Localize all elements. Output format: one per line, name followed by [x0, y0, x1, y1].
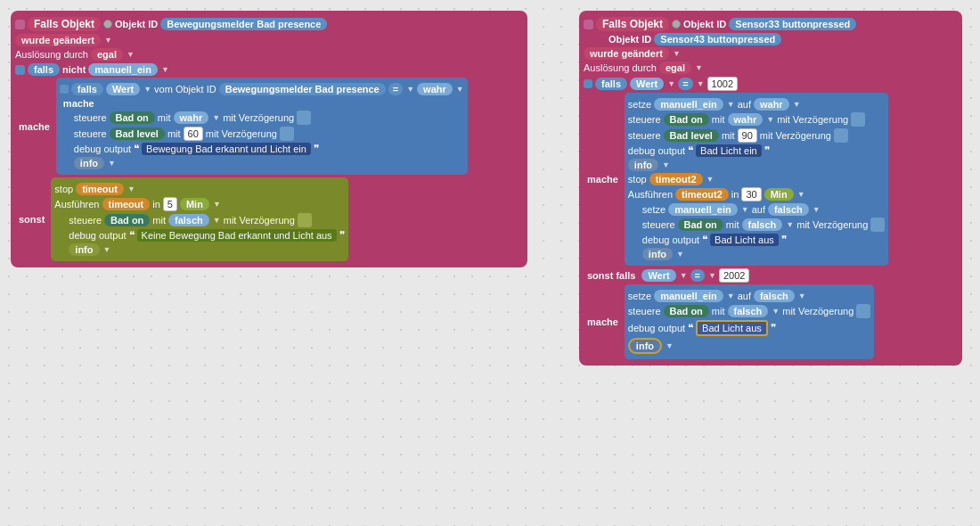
r-wert2[interactable]: Wert — [641, 269, 675, 282]
sonst-label: sonst — [19, 214, 45, 225]
auslosung-label: Auslösung durch — [15, 49, 88, 60]
r-falsch3[interactable]: falsch — [742, 218, 783, 231]
bad-level-1[interactable]: Bad level — [110, 127, 165, 140]
steuere2: steuere — [74, 128, 107, 139]
r-mache2: mache — [587, 316, 618, 327]
delay-s1: mit Verzögerung — [224, 215, 295, 226]
r-auf3: auf — [738, 291, 751, 301]
r-bad-level[interactable]: Bad level — [664, 129, 719, 142]
r-stop: stop — [628, 174, 647, 185]
r-me3[interactable]: manuell_ein — [654, 290, 723, 302]
r-bad-on1[interactable]: Bad on — [664, 113, 709, 126]
r-me2[interactable]: manuell_ein — [668, 203, 738, 216]
r-sensor33[interactable]: Sensor33 buttonpressed — [729, 18, 856, 30]
quote-text-s: Keine Bewegung Bad erkannt und Licht aus — [137, 229, 337, 242]
timeout2-val[interactable]: timeout — [102, 198, 151, 210]
r-wurde-geandert[interactable]: wurde geändert — [584, 47, 669, 60]
val-60[interactable]: 60 — [184, 127, 203, 141]
r-auslosung: Auslösung durch — [584, 62, 657, 73]
falls-label: falls — [28, 63, 60, 76]
r-debug2: debug output — [642, 234, 699, 245]
min-val[interactable]: Min — [180, 198, 209, 210]
r-wahr1[interactable]: wahr — [754, 98, 789, 111]
r-sensor43[interactable]: Sensor43 buttonpressed — [654, 33, 781, 45]
mit2: mit — [167, 128, 181, 139]
r-q1: ❝ — [688, 144, 693, 157]
r-bad-on2[interactable]: Bad on — [678, 218, 723, 231]
steuere1: steuere — [74, 112, 107, 123]
auslosung-value[interactable]: egal — [91, 48, 123, 61]
r-steuere2: steuere — [628, 130, 661, 141]
r-info1[interactable]: info — [628, 159, 658, 171]
r-delay3: mit Verzögerung — [796, 219, 868, 230]
r-timeout2b[interactable]: timeout2 — [675, 188, 729, 201]
r-qc3: ❞ — [771, 322, 776, 334]
r-mit4: mit — [712, 306, 725, 316]
r-falsch4[interactable]: falsch — [754, 290, 795, 302]
obj-id-val[interactable]: Bewegungsmelder Bad presence — [219, 83, 386, 95]
falls-objekt-label: Falls Objekt — [28, 17, 101, 31]
r-auf2: auf — [752, 204, 765, 215]
r-objekt-id2: Objekt ID — [608, 34, 651, 45]
r-steuere4: steuere — [628, 306, 661, 316]
r-setze2: setze — [642, 204, 666, 215]
quote-close-s: ❞ — [339, 229, 345, 242]
r-falsch5[interactable]: falsch — [728, 305, 769, 317]
r-info2[interactable]: info — [642, 248, 673, 260]
vom-label: vom Objekt ID — [154, 84, 216, 95]
wahr1[interactable]: wahr — [174, 111, 209, 124]
info-s[interactable]: info — [69, 243, 99, 256]
r-auslosung-val[interactable]: egal — [659, 62, 691, 74]
r-mit1: mit — [712, 114, 725, 125]
r-me1[interactable]: manuell_ein — [654, 98, 723, 111]
nicht-label: nicht — [62, 64, 86, 75]
delay1: mit Verzögerung — [223, 112, 294, 123]
falsch-s1[interactable]: falsch — [168, 214, 209, 226]
r-delay4: mit Verzögerung — [782, 306, 853, 316]
connector1 — [103, 20, 112, 29]
r-q3: ❝ — [688, 322, 693, 334]
r-num30[interactable]: 30 — [741, 187, 761, 201]
r-val90[interactable]: 90 — [738, 128, 757, 143]
wert-value[interactable]: Wert — [106, 83, 140, 95]
debug-s1: debug output — [69, 230, 126, 241]
quote-open1: ❝ — [134, 143, 139, 155]
delay2: mit Verzögerung — [206, 128, 277, 139]
r-num1002[interactable]: 1002 — [707, 77, 738, 91]
r-falsch2[interactable]: falsch — [768, 203, 809, 216]
timeout-val[interactable]: timeout — [76, 183, 124, 195]
r-qt1: Bad Licht ein — [696, 144, 762, 157]
r-timeout2[interactable]: timeout2 — [649, 173, 703, 185]
num-val[interactable]: 5 — [163, 197, 177, 211]
bad-on-1[interactable]: Bad on — [110, 111, 155, 124]
r-num2002[interactable]: 2002 — [719, 268, 749, 283]
r-info3[interactable]: info — [628, 338, 662, 354]
bad-on-s1[interactable]: Bad on — [104, 214, 150, 226]
wahr-val[interactable]: wahr — [417, 83, 453, 95]
r-delay1: mit Verzögerung — [777, 114, 848, 125]
eq-val[interactable]: = — [388, 83, 403, 95]
mit-s1: mit — [152, 215, 166, 226]
mache2-label: mache — [63, 98, 464, 109]
r-mache: mache — [587, 174, 618, 185]
r-debug3: debug output — [628, 323, 685, 333]
manuell-ein-value[interactable]: manuell_ein — [88, 63, 158, 76]
r-in: in — [731, 189, 739, 200]
r-connector1 — [672, 20, 681, 29]
ausfuehren-label: Ausführen — [54, 199, 99, 210]
r-q2: ❝ — [702, 234, 707, 246]
r-min[interactable]: Min — [764, 188, 794, 201]
r-falls: falls — [595, 78, 627, 90]
r-eq2[interactable]: = — [690, 269, 705, 282]
info1[interactable]: info — [74, 157, 104, 169]
mache-label: mache — [19, 121, 50, 132]
r-wert[interactable]: Wert — [630, 78, 664, 90]
r-auf1: auf — [738, 99, 751, 110]
r-eq[interactable]: = — [678, 78, 692, 90]
r-wahr2[interactable]: wahr — [728, 113, 764, 126]
r-bad-on3[interactable]: Bad on — [664, 305, 709, 317]
quote-text1: Bewegung Bad erkannt und Licht ein — [142, 143, 311, 155]
r-objekt-id1: Objekt ID — [683, 19, 726, 29]
objekt-id-value[interactable]: Bewegungsmelder Bad presence — [160, 18, 327, 30]
wurde-geandert[interactable]: wurde geändert — [15, 34, 101, 46]
